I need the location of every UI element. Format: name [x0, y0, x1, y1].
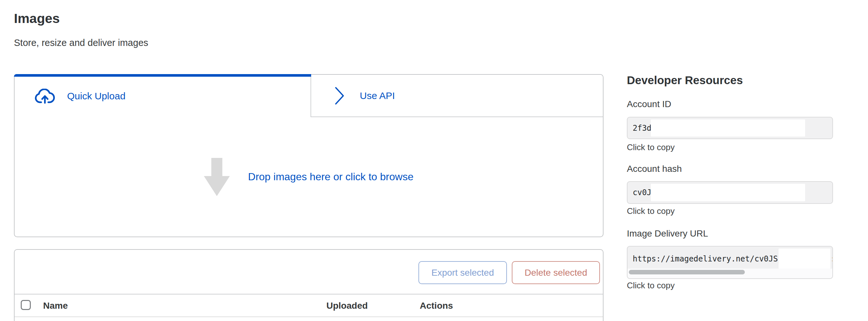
- table-header-divider: [14, 317, 603, 317]
- image-delivery-url-value: https://imagedelivery.net/cv0JSj: [633, 254, 782, 263]
- account-id-redaction: [651, 119, 805, 137]
- tab-quick-upload-label: Quick Upload: [67, 91, 125, 102]
- column-header-uploaded: Uploaded: [327, 300, 368, 311]
- column-header-name: Name: [43, 300, 68, 311]
- tab-use-api[interactable]: Use API: [311, 75, 603, 117]
- image-delivery-url-value-box[interactable]: https://imagedelivery.net/cv0JSj :: [627, 246, 833, 279]
- cloud-upload-icon: [35, 89, 55, 104]
- image-dropzone[interactable]: Drop images here or click to browse: [14, 117, 603, 237]
- account-id-value: 2f3d: [633, 123, 651, 133]
- column-header-actions: Actions: [420, 300, 453, 311]
- account-id-copy-hint: Click to copy: [627, 142, 675, 152]
- select-all-checkbox[interactable]: [21, 300, 31, 310]
- tab-use-api-label: Use API: [360, 90, 395, 101]
- delete-selected-button[interactable]: Delete selected: [512, 261, 600, 284]
- tab-quick-upload[interactable]: Quick Upload: [14, 75, 311, 117]
- url-scrollbar-track: [627, 269, 832, 278]
- export-selected-button[interactable]: Export selected: [418, 261, 507, 284]
- account-hash-value: cv0J: [633, 188, 651, 197]
- image-delivery-url-redaction: [779, 249, 830, 269]
- drop-arrow-icon: [204, 158, 230, 196]
- page-subtitle: Store, resize and deliver images: [14, 38, 148, 48]
- account-id-value-box[interactable]: 2f3d: [627, 117, 833, 139]
- account-hash-label: Account hash: [627, 164, 682, 174]
- active-tab-indicator: [14, 74, 311, 77]
- images-page: Images Store, resize and deliver images …: [0, 0, 868, 321]
- url-scrollbar-thumb[interactable]: [629, 270, 745, 275]
- image-list-card: Export selected Delete selected Name Upl…: [14, 249, 603, 321]
- developer-resources-heading: Developer Resources: [627, 74, 743, 87]
- chevron-right-icon: [335, 86, 345, 105]
- account-id-label: Account ID: [627, 99, 671, 109]
- image-delivery-url-label: Image Delivery URL: [627, 228, 708, 239]
- dropzone-label: Drop images here or click to browse: [248, 171, 413, 183]
- image-delivery-url-copy-hint: Click to copy: [627, 281, 675, 291]
- redacted-url-tail: :: [830, 254, 833, 263]
- list-toolbar: Export selected Delete selected: [14, 250, 603, 294]
- page-title: Images: [14, 11, 60, 26]
- account-hash-redaction: [651, 184, 805, 201]
- account-hash-value-box[interactable]: cv0J: [627, 181, 833, 204]
- account-hash-copy-hint: Click to copy: [627, 206, 675, 216]
- upload-card: Quick Upload Use API Drop images here or…: [14, 74, 603, 237]
